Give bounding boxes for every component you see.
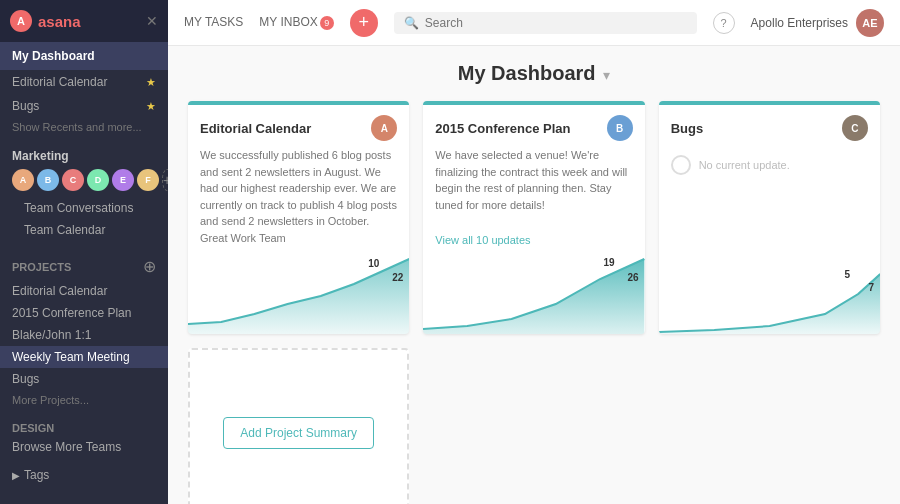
topbar: MY TASKS MY INBOX9 + 🔍 ? Apollo Enterpri…	[168, 0, 900, 46]
logo-icon: A	[10, 10, 32, 32]
add-project-card: Add Project Summary	[188, 348, 409, 504]
design-section: DESIGN Browse More Teams	[0, 414, 168, 460]
main-area: MY TASKS MY INBOX9 + 🔍 ? Apollo Enterpri…	[168, 0, 900, 504]
svg-marker-1	[423, 259, 644, 334]
chart-value-high: 10	[368, 258, 379, 269]
sidebar-item-my-dashboard[interactable]: My Dashboard	[0, 42, 168, 70]
add-project-row: Add Project Summary	[188, 348, 880, 504]
logo: A asana	[10, 10, 81, 32]
projects-label: PROJECTS	[12, 261, 71, 273]
more-projects-link[interactable]: More Projects...	[0, 390, 168, 414]
card-header: 2015 Conference Plan B	[423, 105, 644, 147]
search-input[interactable]	[425, 16, 687, 30]
add-project-button[interactable]: ⊕	[143, 257, 156, 276]
card-chart: 5 7	[659, 254, 880, 334]
sidebar-item-bugs-starred[interactable]: Bugs ★	[0, 94, 168, 118]
chart-value-low: 22	[392, 272, 403, 283]
no-update-text: No current update.	[699, 159, 790, 171]
page-title: My Dashboard	[458, 62, 596, 84]
card-header: Editorial Calendar A	[188, 105, 409, 147]
avatar: F	[137, 169, 159, 191]
marketing-label: Marketing	[12, 149, 156, 163]
sidebar-header: A asana ✕	[0, 0, 168, 42]
chevron-right-icon: ▶	[12, 470, 20, 481]
no-update-icon	[671, 155, 691, 175]
projects-header: PROJECTS ⊕	[0, 249, 168, 280]
chart-value-high: 5	[844, 269, 850, 280]
card-title: Editorial Calendar	[200, 121, 311, 136]
sidebar-item-label: Bugs	[12, 99, 39, 113]
avatar: E	[112, 169, 134, 191]
sidebar-item-team-calendar[interactable]: Team Calendar	[12, 219, 156, 245]
card-chart: 10 22	[188, 254, 409, 334]
card-conference-plan: 2015 Conference Plan B We have selected …	[423, 101, 644, 334]
user-avatar: AE	[856, 9, 884, 37]
sidebar-item-label: Editorial Calendar	[12, 75, 107, 89]
page-title-row: My Dashboard ▾	[188, 62, 880, 85]
sidebar-item-team-conversations[interactable]: Team Conversations	[12, 197, 156, 219]
inbox-badge: 9	[320, 16, 334, 30]
user-info: Apollo Enterprises AE	[751, 9, 884, 37]
view-updates-link[interactable]: View all 10 updates	[423, 234, 644, 254]
chart-value-low: 7	[868, 282, 874, 293]
avatar: C	[62, 169, 84, 191]
sidebar-item-conference-plan[interactable]: 2015 Conference Plan	[0, 302, 168, 324]
sidebar-item-editorial-calendar[interactable]: Editorial Calendar	[0, 280, 168, 302]
marketing-avatars: A B C D E F +	[12, 169, 156, 191]
add-button[interactable]: +	[350, 9, 378, 37]
search-bar: 🔍	[394, 12, 697, 34]
topbar-nav: MY TASKS MY INBOX9	[184, 11, 334, 34]
help-button[interactable]: ?	[713, 12, 735, 34]
avatar: B	[37, 169, 59, 191]
browse-teams-link[interactable]: Browse More Teams	[12, 438, 156, 456]
add-project-summary-button[interactable]: Add Project Summary	[223, 417, 374, 449]
main-content: My Dashboard ▾ Editorial Calendar A We s…	[168, 46, 900, 504]
card-body: We successfully published 6 blog posts a…	[188, 147, 409, 254]
card-avatar: A	[371, 115, 397, 141]
tags-label: Tags	[24, 468, 49, 482]
avatar: D	[87, 169, 109, 191]
cards-grid: Editorial Calendar A We successfully pub…	[188, 101, 880, 334]
card-editorial-calendar: Editorial Calendar A We successfully pub…	[188, 101, 409, 334]
my-tasks-link[interactable]: MY TASKS	[184, 11, 243, 33]
sidebar-item-editorial-calendar-starred[interactable]: Editorial Calendar ★	[0, 70, 168, 94]
card-avatar: C	[842, 115, 868, 141]
card-title: Bugs	[671, 121, 704, 136]
chevron-down-icon: ▾	[603, 67, 610, 83]
card-chart: 19 26	[423, 254, 644, 334]
avatar: A	[12, 169, 34, 191]
sidebar-item-blake-john[interactable]: Blake/John 1:1	[0, 324, 168, 346]
sidebar-item-tags[interactable]: ▶ Tags	[0, 460, 168, 490]
close-icon[interactable]: ✕	[146, 13, 158, 29]
show-recents-link[interactable]: Show Recents and more...	[0, 118, 168, 141]
user-name: Apollo Enterprises	[751, 16, 848, 30]
search-icon: 🔍	[404, 16, 419, 30]
sidebar-item-bugs[interactable]: Bugs	[0, 368, 168, 390]
design-label: DESIGN	[12, 422, 156, 434]
chart-value-low: 26	[628, 272, 639, 283]
chart-value-high: 19	[604, 257, 615, 268]
card-body: We have selected a venue! We're finalizi…	[423, 147, 644, 234]
card-header: Bugs C	[659, 105, 880, 147]
my-inbox-label: MY INBOX	[259, 15, 317, 29]
logo-text: asana	[38, 13, 81, 30]
card-avatar: B	[607, 115, 633, 141]
my-inbox-link[interactable]: MY INBOX9	[259, 11, 333, 34]
card-bugs: Bugs C No current update.	[659, 101, 880, 334]
sidebar: A asana ✕ My Dashboard Editorial Calenda…	[0, 0, 168, 504]
card-title: 2015 Conference Plan	[435, 121, 570, 136]
marketing-section: Marketing A B C D E F + Team Conversatio…	[0, 141, 168, 249]
star-icon: ★	[146, 100, 156, 113]
star-icon: ★	[146, 76, 156, 89]
sidebar-item-weekly-team-meeting[interactable]: Weekly Team Meeting	[0, 346, 168, 368]
no-update: No current update.	[659, 147, 880, 183]
